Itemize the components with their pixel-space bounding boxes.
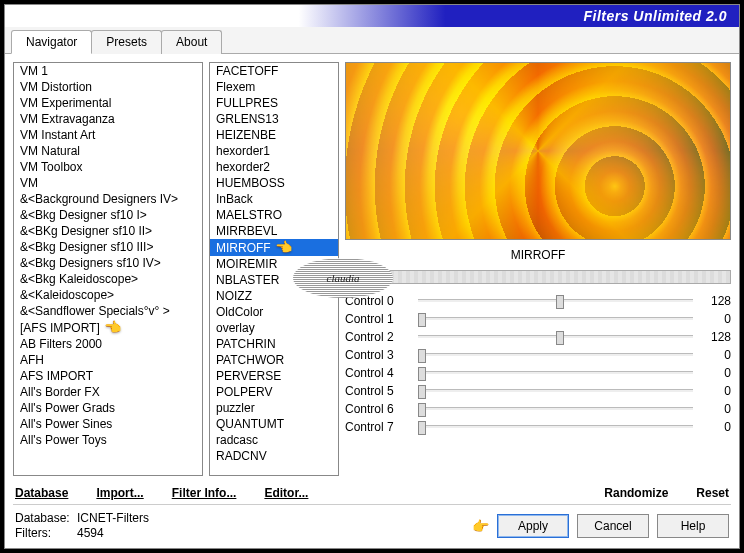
filter-item[interactable]: Flexem (210, 79, 338, 95)
category-list[interactable]: VM 1VM DistortionVM ExperimentalVM Extra… (13, 62, 203, 476)
tab-navigator[interactable]: Navigator (11, 30, 92, 54)
title-bar: Filters Unlimited 2.0 (5, 5, 739, 27)
filter-item[interactable]: puzzler (210, 400, 338, 416)
body: VM 1VM DistortionVM ExperimentalVM Extra… (5, 54, 739, 480)
control-slider[interactable] (418, 371, 693, 375)
import-link[interactable]: Import... (96, 486, 143, 500)
category-item[interactable]: VM 1 (14, 63, 202, 79)
filter-info-link[interactable]: Filter Info... (172, 486, 237, 500)
category-item[interactable]: [AFS IMPORT]👈 (14, 319, 202, 336)
category-item[interactable]: All's Border FX (14, 384, 202, 400)
filter-item[interactable]: HEIZENBE (210, 127, 338, 143)
control-slider[interactable] (418, 425, 693, 429)
control-label: Control 4 (345, 366, 410, 380)
control-slider[interactable] (418, 353, 693, 357)
reset-link[interactable]: Reset (696, 486, 729, 500)
tab-presets[interactable]: Presets (91, 30, 162, 54)
category-item[interactable]: VM Toolbox (14, 159, 202, 175)
filter-item[interactable]: MAELSTRO (210, 207, 338, 223)
filter-item[interactable]: MOIREMIR (210, 256, 338, 272)
category-item[interactable]: &<Sandflower Specials°v° > (14, 303, 202, 319)
filter-item[interactable]: FACETOFF (210, 63, 338, 79)
category-item[interactable]: AFS IMPORT (14, 368, 202, 384)
apply-button[interactable]: Apply (497, 514, 569, 538)
control-value: 0 (701, 402, 731, 416)
slider-thumb[interactable] (418, 349, 426, 363)
category-item[interactable]: &<Bkg Designer sf10 III> (14, 239, 202, 255)
tab-about[interactable]: About (161, 30, 222, 54)
slider-thumb[interactable] (556, 331, 564, 345)
filter-item[interactable]: PATCHWOR (210, 352, 338, 368)
control-slider[interactable] (418, 407, 693, 411)
category-item[interactable]: &<Kaleidoscope> (14, 287, 202, 303)
category-item[interactable]: &<BKg Designer sf10 II> (14, 223, 202, 239)
category-item[interactable]: VM Natural (14, 143, 202, 159)
filter-item[interactable]: RADCNV (210, 448, 338, 464)
category-item[interactable]: &<Bkg Designer sf10 I> (14, 207, 202, 223)
control-slider[interactable] (418, 299, 693, 303)
tabs: Navigator Presets About (5, 27, 739, 54)
category-item[interactable]: VM Extravaganza (14, 111, 202, 127)
randomize-link[interactable]: Randomize (604, 486, 668, 500)
hand-pointer-icon: 👈 (275, 239, 292, 255)
category-item[interactable]: AB Filters 2000 (14, 336, 202, 352)
preview-column: claudia MIRROFF Control 0128Control 10Co… (345, 62, 731, 476)
filter-item[interactable]: radcasc (210, 432, 338, 448)
category-item[interactable]: &<Bkg Kaleidoscope> (14, 271, 202, 287)
slider-thumb[interactable] (418, 403, 426, 417)
category-item[interactable]: &<Bkg Designers sf10 IV> (14, 255, 202, 271)
filter-item[interactable]: MIRROFF👈 (210, 239, 338, 256)
filter-item[interactable]: GRLENS13 (210, 111, 338, 127)
filter-item[interactable]: PATCHRIN (210, 336, 338, 352)
footer: Database:ICNET-Filters Filters:4594 👉 Ap… (5, 505, 739, 548)
filter-item[interactable]: hexorder1 (210, 143, 338, 159)
help-button[interactable]: Help (657, 514, 729, 538)
control-value: 0 (701, 420, 731, 434)
control-label: Control 5 (345, 384, 410, 398)
editor-link[interactable]: Editor... (264, 486, 308, 500)
filter-item[interactable]: OldColor (210, 304, 338, 320)
filter-item[interactable]: NOIZZ (210, 288, 338, 304)
filter-item[interactable]: MIRRBEVL (210, 223, 338, 239)
control-value: 0 (701, 366, 731, 380)
filter-item[interactable]: POLPERV (210, 384, 338, 400)
filter-item[interactable]: NBLASTER (210, 272, 338, 288)
category-item[interactable]: VM Distortion (14, 79, 202, 95)
filter-item[interactable]: PERVERSE (210, 368, 338, 384)
filter-column: FACETOFFFlexemFULLPRESGRLENS13HEIZENBEhe… (209, 62, 339, 476)
control-slider[interactable] (418, 317, 693, 321)
filter-item[interactable]: overlay (210, 320, 338, 336)
category-item[interactable]: VM Instant Art (14, 127, 202, 143)
filter-item[interactable]: InBack (210, 191, 338, 207)
database-link[interactable]: Database (15, 486, 68, 500)
filter-item[interactable]: FULLPRES (210, 95, 338, 111)
slider-thumb[interactable] (418, 313, 426, 327)
cancel-button[interactable]: Cancel (577, 514, 649, 538)
filter-list[interactable]: FACETOFFFlexemFULLPRESGRLENS13HEIZENBEhe… (209, 62, 339, 476)
slider-thumb[interactable] (418, 367, 426, 381)
footer-info: Database:ICNET-Filters Filters:4594 (15, 511, 149, 540)
category-item[interactable]: All's Power Grads (14, 400, 202, 416)
progress-bar (345, 270, 731, 284)
slider-thumb[interactable] (418, 421, 426, 435)
category-item[interactable]: All's Power Toys (14, 432, 202, 448)
filter-item[interactable]: hexorder2 (210, 159, 338, 175)
control-row: Control 0128 (345, 292, 731, 310)
control-row: Control 70 (345, 418, 731, 436)
control-slider[interactable] (418, 389, 693, 393)
category-item[interactable]: AFH (14, 352, 202, 368)
control-value: 128 (701, 330, 731, 344)
slider-thumb[interactable] (556, 295, 564, 309)
category-item[interactable]: &<Background Designers IV> (14, 191, 202, 207)
control-value: 0 (701, 348, 731, 362)
hand-pointer-icon: 👈 (104, 319, 121, 335)
link-bar: Database Import... Filter Info... Editor… (5, 480, 739, 504)
filter-item[interactable]: HUEMBOSS (210, 175, 338, 191)
category-item[interactable]: All's Power Sines (14, 416, 202, 432)
filter-item[interactable]: QUANTUMT (210, 416, 338, 432)
control-slider[interactable] (418, 335, 693, 339)
control-row: Control 30 (345, 346, 731, 364)
category-item[interactable]: VM Experimental (14, 95, 202, 111)
slider-thumb[interactable] (418, 385, 426, 399)
category-item[interactable]: VM (14, 175, 202, 191)
